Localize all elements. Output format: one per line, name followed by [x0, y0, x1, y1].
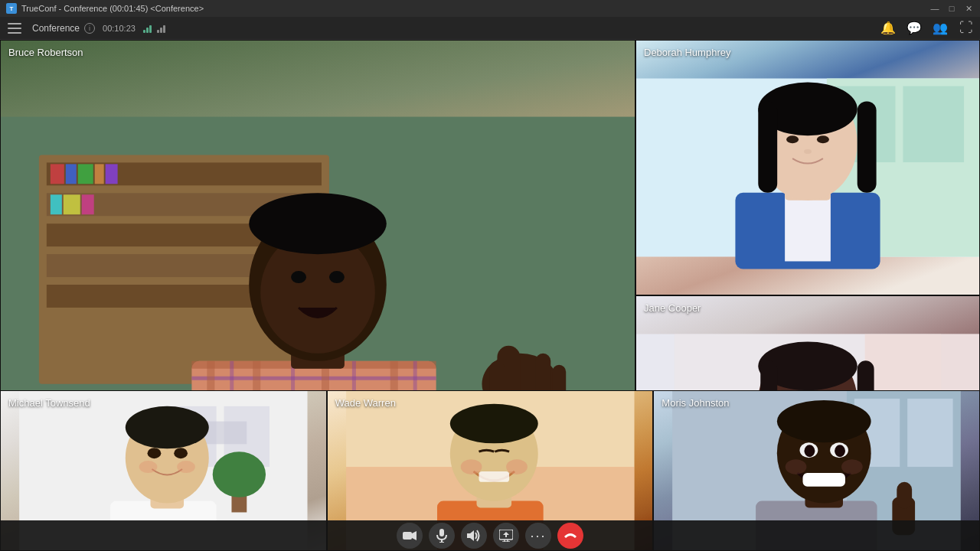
signal-bar-6 — [163, 25, 165, 33]
toolbar: ··· — [0, 520, 980, 551]
svg-point-34 — [291, 271, 306, 283]
signal-bars — [143, 24, 152, 33]
svg-point-84 — [174, 448, 188, 458]
svg-point-107 — [805, 445, 815, 457]
svg-rect-93 — [479, 471, 509, 482]
video-cell-top-right: Deborah Humphrey — [635, 40, 980, 295]
participant-name-wade: Wade Warren — [335, 397, 396, 409]
fullscreen-button[interactable]: ⛶ — [959, 21, 974, 36]
svg-point-112 — [841, 459, 863, 474]
svg-marker-118 — [467, 530, 474, 541]
chat-button[interactable]: 💬 — [906, 21, 922, 36]
svg-point-35 — [329, 271, 345, 283]
svg-rect-115 — [439, 529, 444, 536]
title-bar-left: T TrueConf - Conference (00:01:45) <Conf… — [6, 3, 204, 14]
signal-bar-3 — [149, 25, 152, 33]
svg-rect-99 — [908, 399, 953, 467]
signal-bar-1 — [143, 30, 145, 33]
svg-rect-12 — [51, 194, 62, 214]
svg-rect-104 — [803, 473, 845, 487]
hangup-button[interactable] — [557, 523, 583, 549]
svg-point-95 — [506, 459, 528, 474]
svg-rect-10 — [95, 164, 104, 184]
svg-point-85 — [139, 461, 158, 473]
svg-rect-113 — [403, 532, 412, 540]
speaker-button[interactable] — [461, 523, 487, 549]
hamburger-line — [8, 32, 21, 34]
hamburger-line — [8, 23, 21, 24]
signal-bars-2 — [157, 24, 165, 33]
more-dots-icon: ··· — [530, 528, 546, 544]
participant-name-moris: Moris Johnston — [662, 397, 729, 409]
svg-rect-9 — [78, 164, 93, 184]
menu-bar: Conference i 00:10:23 🔔 💬 👥 ⛶ — [0, 17, 980, 40]
camera-icon — [403, 530, 416, 541]
screen-share-icon — [499, 530, 513, 542]
microphone-button[interactable] — [429, 523, 455, 549]
notifications-button[interactable]: 🔔 — [880, 21, 896, 36]
svg-rect-45 — [903, 86, 964, 162]
title-text: TrueConf - Conference (00:01:45) <Confer… — [21, 4, 204, 13]
hamburger-line — [8, 28, 21, 29]
hamburger-button[interactable] — [6, 19, 24, 37]
svg-rect-52 — [858, 101, 877, 192]
svg-point-41 — [249, 193, 387, 254]
participant-name-top-right: Deborah Humphrey — [644, 47, 730, 58]
video-grid: Bruce Robertson — [0, 40, 980, 551]
svg-rect-8 — [66, 164, 77, 184]
svg-point-86 — [177, 461, 195, 473]
svg-point-55 — [804, 149, 812, 154]
svg-rect-110 — [897, 482, 913, 509]
signal-bar-2 — [146, 28, 149, 33]
menu-left: Conference i 00:10:23 — [6, 19, 880, 37]
contacts-button[interactable]: 👥 — [933, 21, 948, 36]
participant-name-mid-right: Jane Cooper — [644, 302, 701, 314]
svg-point-92 — [449, 404, 537, 444]
svg-point-94 — [460, 459, 482, 474]
svg-point-108 — [835, 445, 845, 457]
svg-marker-123 — [503, 532, 509, 537]
menu-right: 🔔 💬 👥 ⛶ — [880, 21, 974, 36]
info-icon[interactable]: i — [84, 23, 95, 34]
svg-rect-14 — [82, 194, 94, 214]
conference-info: Conference i — [32, 23, 95, 34]
close-button[interactable]: ✕ — [963, 3, 974, 14]
conference-label: Conference — [32, 23, 80, 34]
svg-point-111 — [786, 459, 807, 474]
maximize-button[interactable]: □ — [946, 3, 957, 14]
svg-point-83 — [148, 448, 162, 458]
app-icon: T — [6, 3, 17, 14]
video-background-top-right — [636, 41, 979, 295]
timer: 00:10:23 — [103, 24, 136, 33]
title-bar-controls: — □ ✕ — [929, 3, 974, 14]
svg-rect-51 — [758, 101, 777, 192]
hangup-icon — [563, 530, 578, 541]
camera-button[interactable] — [397, 523, 423, 549]
svg-point-103 — [777, 400, 871, 442]
screen-share-button[interactable] — [493, 523, 519, 549]
svg-marker-114 — [412, 531, 416, 540]
person-svg-deborah — [636, 41, 979, 295]
signal-bar-5 — [160, 28, 162, 33]
microphone-icon — [436, 529, 447, 543]
svg-rect-11 — [106, 164, 118, 184]
svg-point-53 — [786, 135, 799, 143]
svg-rect-7 — [51, 164, 64, 184]
svg-point-78 — [213, 452, 266, 497]
minimize-button[interactable]: — — [929, 3, 940, 14]
signal-icons — [143, 24, 165, 33]
speaker-icon — [467, 530, 481, 542]
svg-rect-13 — [64, 194, 80, 214]
more-options-button[interactable]: ··· — [525, 523, 551, 549]
svg-point-82 — [126, 406, 209, 448]
svg-point-54 — [817, 135, 829, 143]
participant-name-main: Bruce Robertson — [8, 47, 83, 58]
participant-name-michael: Michael Townsend — [8, 397, 90, 409]
title-bar: T TrueConf - Conference (00:01:45) <Conf… — [0, 0, 980, 17]
svg-rect-18 — [191, 377, 436, 380]
signal-bar-4 — [157, 30, 159, 33]
